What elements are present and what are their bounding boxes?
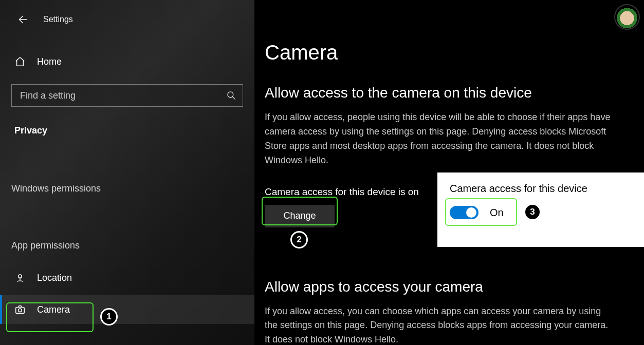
svg-rect-2: [16, 307, 25, 313]
search-field[interactable]: [11, 84, 243, 107]
main-panel: Camera Allow access to the camera on thi…: [254, 0, 644, 345]
svg-point-3: [19, 309, 22, 312]
sidebar-home[interactable]: Home: [0, 51, 254, 72]
camera-access-toggle[interactable]: [450, 206, 479, 219]
location-icon: [14, 272, 26, 283]
heading-allow-device-access: Allow access to the camera on this devic…: [265, 85, 623, 101]
popup-title: Camera access for this device: [450, 183, 633, 195]
svg-point-0: [228, 92, 233, 98]
search-icon: [226, 90, 236, 101]
section-privacy-heading: Privacy: [0, 125, 254, 136]
sidebar-item-location[interactable]: Location: [0, 263, 254, 292]
change-button-label: Change: [283, 210, 316, 221]
sidebar-home-label: Home: [37, 56, 62, 67]
page-title: Camera: [265, 41, 623, 64]
settings-sidebar: Settings Home Privacy Windows permission…: [0, 0, 254, 345]
toggle-knob-icon: [466, 207, 476, 218]
arrow-left-icon: [16, 14, 28, 25]
section-windows-permissions: Windows permissions: [0, 183, 254, 194]
search-input[interactable]: [20, 90, 226, 101]
titlebar: Settings: [0, 9, 254, 30]
camera-icon: [14, 304, 26, 315]
change-button[interactable]: Change: [265, 205, 335, 227]
sidebar-item-camera[interactable]: Camera: [0, 295, 254, 324]
sidebar-item-camera-label: Camera: [37, 304, 70, 315]
back-button[interactable]: [15, 13, 29, 26]
window-title: Settings: [43, 15, 73, 24]
toggle-state-label: On: [490, 207, 504, 219]
heading-allow-apps-access: Allow apps to access your camera: [265, 279, 623, 295]
body-allow-apps-access: If you allow access, you can choose whic…: [265, 304, 614, 345]
annotation-badge-2: 2: [290, 231, 308, 248]
camera-access-popup: Camera access for this device On 3: [437, 172, 644, 247]
avatar: [614, 4, 640, 30]
body-allow-device-access: If you allow access, people using this d…: [265, 110, 614, 168]
sidebar-item-location-label: Location: [37, 273, 72, 283]
home-icon: [14, 56, 26, 67]
section-app-permissions: App permissions: [0, 240, 254, 251]
